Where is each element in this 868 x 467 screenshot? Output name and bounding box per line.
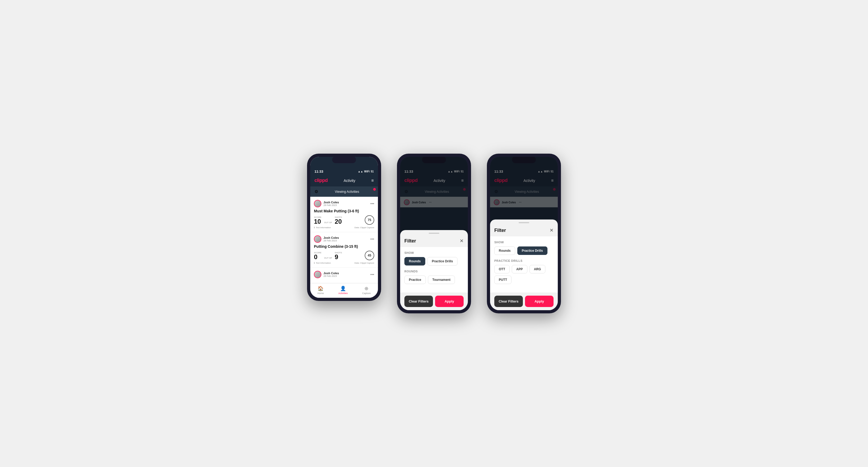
user-info-3: Josh Coles 28 Feb 2023 — [323, 272, 339, 277]
filter-btn-putt-3[interactable]: PUTT — [494, 276, 512, 284]
shot-quality-value-2: 45 — [368, 254, 371, 257]
activity-item-3: Josh Coles 28 Feb 2023 ••• — [310, 268, 378, 283]
dots-menu-1[interactable]: ••• — [370, 201, 374, 206]
shots-col-1: Shots 20 — [335, 216, 342, 225]
filter-overlay-2: Filter ✕ Show Rounds Practice Drills Rou… — [400, 157, 468, 310]
nav-home-label: Home — [317, 292, 324, 294]
phone-1-screen: 11:33 ▲▲ WiFi 51 clippd Activity ≡ ⚙ Vie… — [310, 157, 378, 298]
filter-btn-app-3[interactable]: APP — [512, 265, 527, 274]
dots-menu-3[interactable]: ••• — [370, 272, 374, 277]
score-col-2: Score 0 — [314, 251, 321, 260]
filter-drills-options-3: OTT APP ARG PUTT — [494, 265, 554, 284]
wifi-icon: WiFi — [364, 170, 370, 173]
user-info-1: Josh Coles 28 Feb 2023 — [323, 201, 339, 207]
nav-activities[interactable]: 👤 Activities — [338, 286, 348, 294]
filter-btn-tournament-2[interactable]: Tournament — [428, 276, 455, 284]
filter-body-2: Show Rounds Practice Drills Rounds Pract… — [400, 247, 468, 292]
avatar-name-2: Josh Coles 28 Feb 2023 — [314, 235, 339, 243]
shots-col-2: Shots 9 — [335, 251, 342, 260]
filter-rounds-options-2: Practice Tournament — [404, 276, 464, 284]
phone-3: 11:33 ▲▲ WiFi 51 clippd Activity ≡ ⚙ Vie… — [487, 154, 561, 313]
user-date-2: 28 Feb 2023 — [323, 239, 339, 242]
phone-2: 11:33 ▲▲ WiFi 51 clippd Activity ≡ ⚙ Vie… — [397, 154, 471, 313]
filter-btn-practice-2[interactable]: Practice — [404, 276, 426, 284]
user-name-3: Josh Coles — [323, 272, 339, 275]
data-source-2: Data: Clippd Capture — [354, 262, 374, 264]
activity-footer-2: ℹ Test Information Data: Clippd Capture — [314, 262, 374, 264]
filter-show-label-2: Show — [404, 251, 464, 254]
out-of-1: OUT OF — [324, 221, 332, 224]
shot-quality-badge-1: Shot Quality 75 — [365, 215, 374, 225]
battery-icon: 51 — [371, 170, 374, 173]
user-name-1: Josh Coles — [323, 201, 339, 204]
scene: 11:33 ▲▲ WiFi 51 clippd Activity ≡ ⚙ Vie… — [291, 138, 577, 329]
shots-value-1: 20 — [335, 218, 342, 225]
apply-btn-2[interactable]: Apply — [435, 295, 464, 307]
filter-title-2: Filter — [404, 238, 416, 244]
filter-show-options-3: Rounds Practice Drills — [494, 246, 554, 255]
bottom-nav-1: 🏠 Home 👤 Activities ⊕ Capture — [310, 283, 378, 298]
filter-footer-3: Clear Filters Apply — [490, 292, 558, 310]
header-title-1: Activity — [344, 179, 355, 183]
capture-icon: ⊕ — [365, 286, 368, 291]
filter-body-3: Show Rounds Practice Drills Practice Dri… — [490, 237, 558, 292]
filter-sheet-2: Filter ✕ Show Rounds Practice Drills Rou… — [400, 230, 468, 310]
data-source-1: Data: Clippd Capture — [354, 226, 374, 229]
filter-header-2: Filter ✕ — [400, 234, 468, 247]
user-date-1: 28 Feb 2023 — [323, 204, 339, 207]
activity-title-1: Must Make Putting (3-6 ft) — [314, 209, 374, 213]
dots-menu-2[interactable]: ••• — [370, 237, 374, 241]
score-col-1: Score 10 — [314, 216, 321, 225]
clear-filters-btn-3[interactable]: Clear Filters — [494, 295, 523, 307]
filter-practice-drills-label-3: Practice Drills — [494, 259, 554, 262]
out-of-2: OUT OF — [324, 257, 332, 259]
user-info-2: Josh Coles 28 Feb 2023 — [323, 236, 339, 242]
apply-btn-3[interactable]: Apply — [525, 295, 554, 307]
activity-title-2: Putting Combine (3-15 ft) — [314, 244, 374, 249]
filter-btn-rounds-3[interactable]: Rounds — [494, 246, 515, 255]
avatar-1 — [314, 200, 321, 207]
nav-capture[interactable]: ⊕ Capture — [362, 286, 371, 294]
nav-home[interactable]: 🏠 Home — [317, 286, 324, 294]
dynamic-island-1 — [332, 156, 356, 163]
user-name-2: Josh Coles — [323, 236, 339, 239]
info-icon-1: ℹ — [314, 226, 315, 229]
avatar-name-1: Josh Coles 28 Feb 2023 — [314, 200, 339, 207]
filter-close-3[interactable]: ✕ — [550, 227, 554, 233]
filter-btn-arg-3[interactable]: ARG — [529, 265, 546, 274]
nav-capture-label: Capture — [362, 292, 371, 294]
activity-item-1: Josh Coles 28 Feb 2023 ••• Must Make Put… — [310, 197, 378, 232]
menu-icon-1[interactable]: ≡ — [371, 178, 374, 183]
filter-btn-ott-3[interactable]: OTT — [494, 265, 509, 274]
status-icons-1: ▲▲ WiFi 51 — [358, 170, 374, 173]
clear-filters-btn-2[interactable]: Clear Filters — [404, 295, 433, 307]
avatar-2 — [314, 235, 321, 243]
activities-icon: 👤 — [340, 286, 346, 291]
filter-close-2[interactable]: ✕ — [460, 238, 464, 244]
info-icon-2: ℹ — [314, 262, 315, 264]
score-value-1: 10 — [314, 218, 321, 225]
user-date-3: 28 Feb 2023 — [323, 275, 339, 277]
avatar-3 — [314, 271, 321, 278]
filter-sheet-3: Filter ✕ Show Rounds Practice Drills Pra… — [490, 219, 558, 310]
viewing-dot-1 — [373, 188, 376, 191]
filter-btn-practice-drills-3[interactable]: Practice Drills — [517, 246, 548, 255]
filter-btn-practice-drills-2[interactable]: Practice Drills — [427, 257, 458, 266]
logo-1: clippd — [314, 178, 328, 183]
activity-item-header-1: Josh Coles 28 Feb 2023 ••• — [314, 200, 374, 207]
stats-row-2: Score 0 OUT OF Shots 9 45 — [314, 251, 374, 260]
filter-btn-rounds-2[interactable]: Rounds — [404, 257, 425, 266]
shots-value-2: 9 — [335, 254, 342, 260]
home-icon: 🏠 — [318, 286, 323, 291]
viewing-bar-label-1: Viewing Activities — [320, 190, 374, 193]
avatar-name-3: Josh Coles 28 Feb 2023 — [314, 271, 339, 278]
filter-title-3: Filter — [494, 228, 506, 233]
phone-2-screen: 11:33 ▲▲ WiFi 51 clippd Activity ≡ ⚙ Vie… — [400, 157, 468, 310]
shot-quality-value-1: 75 — [368, 218, 371, 222]
app-header-1: clippd Activity ≡ — [310, 176, 378, 186]
activity-list-1: Josh Coles 28 Feb 2023 ••• Must Make Put… — [310, 197, 378, 283]
viewing-bar-1[interactable]: ⚙ Viewing Activities — [310, 186, 378, 197]
viewing-settings-icon: ⚙ — [314, 189, 318, 194]
test-info-1: ℹ Test Information — [314, 226, 331, 229]
shot-quality-badge-2: 45 — [365, 251, 374, 260]
